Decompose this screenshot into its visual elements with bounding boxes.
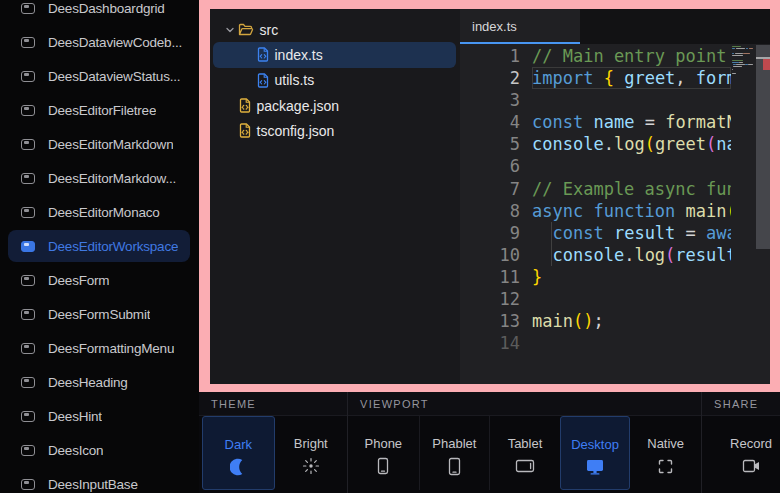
file-tree: srcindex.tsutils.tspackage.jsontsconfig.… [210,9,460,384]
line-number: 10 [460,244,520,266]
minimap-line [739,62,743,63]
sidebar-item-deeseditorworkspace[interactable]: DeesEditorWorkspace [8,230,190,262]
code-line-10: 10 console.log(result); [460,244,731,266]
tree-item-label: index.ts [275,47,323,63]
minimap-line [748,64,752,65]
sidebar-item-label: DeesDashboardgrid [48,1,165,16]
line-number: 3 [460,89,520,111]
sidebar-item-deesformattingmenu[interactable]: DeesFormattingMenu [8,332,190,364]
sidebar-item-deesdataviewstatus[interactable]: DeesDataviewStatus... [8,60,190,92]
file-ts-icon [257,73,269,88]
sidebar-item-label: DeesEditorMonaco [48,205,160,220]
code-line-1: 1// Main entry point [460,45,731,67]
viewport-button-tablet[interactable]: Tablet [489,416,560,490]
preview-pane: srcindex.tsutils.tspackage.jsontsconfig.… [199,0,780,392]
button-label: Native [647,436,684,451]
code-line-4: 4const name = formatName('Dees', 'Worksp… [460,111,731,133]
component-icon [21,71,35,82]
phone-icon [377,456,389,476]
line-text: const name = formatName('Dees', 'Workspa… [532,111,731,133]
component-icon [21,37,35,48]
sidebar-item-deesheading[interactable]: DeesHeading [8,366,190,398]
viewport-button-desktop[interactable]: Desktop [560,416,631,490]
button-label: Phone [365,436,403,451]
line-text [532,155,731,177]
tablet-icon [515,456,535,476]
bar-group-label: SHARE [702,392,780,416]
sidebar-item-label: DeesEditorFiletree [48,103,156,118]
code-line-3: 3 [460,89,731,111]
component-icon [21,343,35,354]
minimap[interactable] [731,44,757,384]
sidebar-item-deesinputbase[interactable]: DeesInputBase [8,468,190,493]
minimap-line [732,73,736,74]
viewport-button-phablet[interactable]: Phablet [419,416,490,490]
sidebar-item-label: DeesIcon [48,443,103,458]
editor-tab-index.ts[interactable]: index.ts [460,9,580,44]
code-line-2: 2import { greet, formatName } from './ut… [460,67,731,89]
minimap-line [732,46,741,47]
line-number: 5 [460,133,520,155]
tab-label: index.ts [472,19,517,34]
sidebar-item-deesdataviewcodeb[interactable]: DeesDataviewCodeb... [8,26,190,58]
component-icon [21,3,35,14]
minimap-line [732,60,743,61]
minimap-line [736,48,746,49]
code-area[interactable]: 1// Main entry point2import { greet, for… [460,44,770,384]
theme-button-bright[interactable]: Bright [275,416,348,490]
viewport-button-native[interactable]: Native [630,416,701,490]
tree-item-tsconfig.json[interactable]: tsconfig.json [213,118,456,143]
tree-item-index.ts[interactable]: index.ts [213,42,456,67]
button-label: Tablet [508,436,543,451]
tree-item-utils.ts[interactable]: utils.ts [213,68,456,93]
code-lines: 1// Main entry point2import { greet, for… [460,45,731,354]
sidebar-item-deeshint[interactable]: DeesHint [8,400,190,432]
tree-item-src[interactable]: src [213,17,456,42]
line-number: 12 [460,288,520,310]
sidebar-item-label: DeesInputBase [48,477,138,492]
sidebar-item-label: DeesEditorMarkdow... [48,171,176,186]
sidebar-item-label: DeesFormSubmit [48,307,150,322]
editor-workspace: srcindex.tsutils.tspackage.jsontsconfig.… [210,9,770,384]
sidebar-item-deesformsubmit[interactable]: DeesFormSubmit [8,298,190,330]
viewport-button-phone[interactable]: Phone [348,416,419,490]
sidebar-item-deeseditormarkdown[interactable]: DeesEditorMarkdown [8,128,190,160]
sidebar-item-label: DeesForm [48,273,109,288]
editor-scrollbar[interactable] [756,44,770,384]
tree-item-package.json[interactable]: package.json [213,93,456,118]
code-line-12: 12 [460,288,731,310]
line-number: 9 [460,222,520,244]
sidebar-item-label: DeesEditorWorkspace [48,239,178,254]
bar-buttons: Record [702,416,780,493]
component-icon [21,139,35,150]
minimap-line [732,53,734,54]
bar-group-viewport: VIEWPORT Phone Phablet Tablet Desktop Na… [347,392,701,493]
scrollbar-slider[interactable] [756,45,770,249]
minimap-line [745,64,747,65]
code-line-13: 13main(); [460,310,731,332]
component-list: DeesDashboardgrid DeesDataviewCodeb... D… [0,0,199,493]
bar-group-theme: THEME Dark Bright [199,392,347,493]
chevron-down-icon[interactable] [225,25,235,35]
theme-button-dark[interactable]: Dark [202,416,275,490]
sidebar-item-deesform[interactable]: DeesForm [8,264,190,296]
share-button-record[interactable]: Record [716,416,780,490]
minimap-line [732,48,735,49]
minimap-line [735,53,742,54]
sidebar-item-deeseditormarkdow[interactable]: DeesEditorMarkdow... [8,162,190,194]
sidebar-item-deeseditorfiletree[interactable]: DeesEditorFiletree [8,94,190,126]
line-number: 11 [460,266,520,288]
button-label: Record [730,436,772,451]
sidebar-item-deeseditormonaco[interactable]: DeesEditorMonaco [8,196,190,228]
line-text: async function main() { [532,200,731,222]
code-line-9: 9 const result = await fetchData(); [460,222,731,244]
minimap-line [749,48,753,49]
sidebar-item-label: DeesEditorMarkdown [48,137,173,152]
sidebar-item-deesicon[interactable]: DeesIcon [8,434,190,466]
button-label: Phablet [432,436,476,451]
phablet-icon [448,456,461,476]
tree-item-label: src [260,22,279,38]
overview-ruler-error-mark [763,59,770,70]
bar-group-label: VIEWPORT [348,392,701,416]
sidebar-item-deesdashboardgrid[interactable]: DeesDashboardgrid [8,0,190,24]
